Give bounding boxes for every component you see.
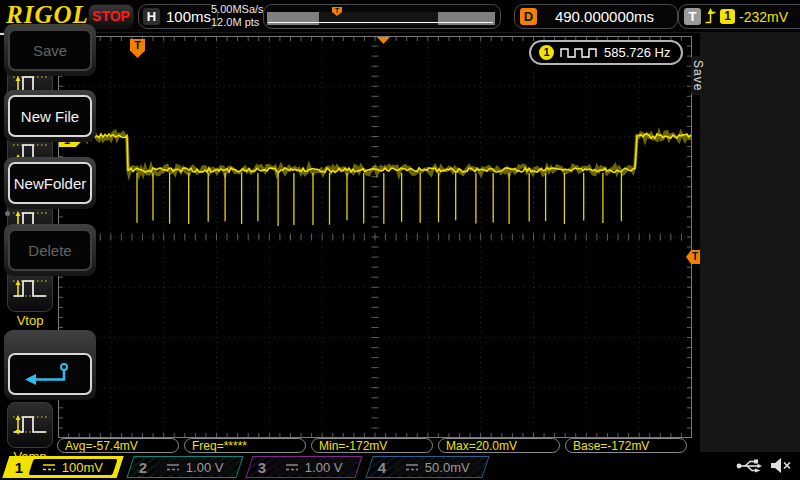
new-file-button[interactable]: New File [8,95,92,137]
speaker-muted-icon [770,457,792,474]
measure-freq: Freq=***** [184,438,306,453]
measure-max: Max=20.0mV [438,438,560,453]
sample-rate: 5.00MSa/s [211,3,264,16]
memory-waveform-preview[interactable]: T [263,4,501,29]
vtop-icon [10,274,50,304]
menu-page-dot [5,211,10,216]
menu-tab-save: Save [691,56,705,95]
rising-edge-icon [705,8,716,25]
menu-item-vamp[interactable]: Vamp [7,402,53,464]
counter-channel-badge: 1 [539,45,554,60]
channel-1-status[interactable]: 1 100mV [2,456,123,478]
delay-value: 490.000000ms [537,8,672,25]
softkey-newfile: New File [4,90,96,142]
trigger-level-value: -232mV [739,9,788,25]
trigger-source-badge: 1 [720,9,735,24]
trigger-widget[interactable]: T 1 -232mV [678,4,800,29]
softkey-newfolder: NewFolder [4,157,96,209]
square-wave-icon [560,47,598,59]
status-icons [736,457,792,474]
timebase-value: 100ms [166,8,211,25]
return-arrow-icon [22,361,78,387]
vamp-icon [10,410,50,440]
delete-button[interactable]: Delete [8,229,92,271]
dc-coupling-icon [166,462,180,472]
dc-coupling-icon [42,462,56,472]
save-button[interactable]: Save [8,29,92,71]
horizontal-timebase-widget[interactable]: H 100ms [138,4,218,29]
right-softkey-menu [700,32,800,452]
measure-avg: Avg=-57.4mV [57,438,179,453]
preview-wave-icon: T [264,6,498,27]
usb-icon [736,458,762,473]
horizontal-label: H [143,8,160,25]
softkey-delete: Delete [4,224,96,276]
top-status-bar: RIGOL STOP H 100ms 5.00MSa/s 12.0M pts T… [0,0,800,33]
delay-label: D [520,8,537,25]
waveform-display-area[interactable] [58,36,692,438]
oscilloscope-screen: RIGOL STOP H 100ms 5.00MSa/s 12.0M pts T… [0,0,800,480]
softkey-save: Save [4,24,96,76]
delay-widget[interactable]: D 490.000000ms [514,4,678,29]
acquisition-info: 5.00MSa/s 12.0M pts [211,3,264,29]
memory-depth: 12.0M pts [211,16,264,29]
measurement-bar: Avg=-57.4mV Freq=***** Min=-172mV Max=20… [57,438,687,453]
softkey-back [4,330,96,400]
trigger-label: T [684,8,701,25]
frequency-counter: 1 585.726 Hz [529,40,683,65]
channel-3-status[interactable]: 3 1.00 V [246,456,363,478]
channel-4-status[interactable]: 4 50.0mV [366,456,490,478]
new-folder-button[interactable]: NewFolder [8,162,92,204]
counter-value: 585.726 Hz [604,45,671,60]
channel-2-status[interactable]: 2 1.00 V [126,456,243,478]
measure-base: Base=-172mV [565,438,687,453]
svg-text:T: T [335,7,339,14]
dc-coupling-icon [286,462,300,472]
measure-min: Min=-172mV [311,438,433,453]
graticule [58,36,692,438]
dc-coupling-icon [406,462,420,472]
run-state-badge[interactable]: STOP [88,4,134,29]
channel-status-bar: 1 100mV 2 1.00 V 3 1.00 V 4 50.0mV [6,456,487,478]
back-button[interactable] [8,353,92,395]
